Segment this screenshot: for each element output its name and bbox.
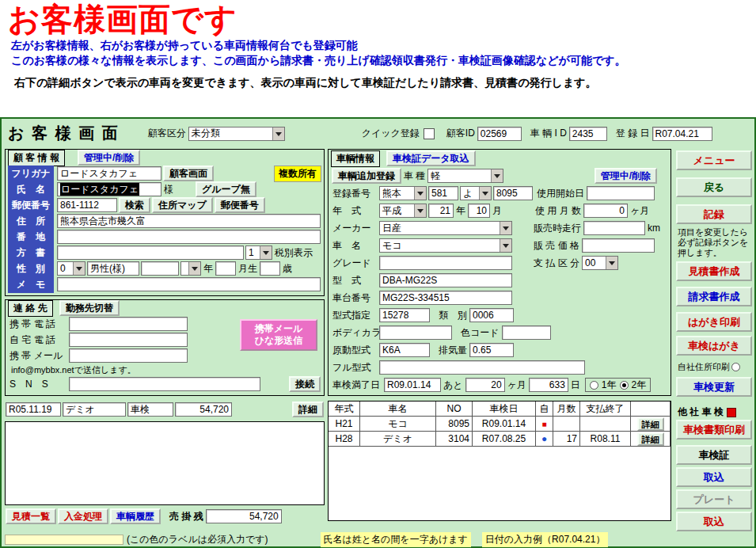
price-field[interactable] [582,238,655,253]
import-plate-button[interactable]: 取込 [676,512,752,531]
mobile-phone-input[interactable] [69,317,188,331]
zip-lookup-button[interactable]: 郵便番号 [215,197,265,213]
engine-model-field[interactable]: K6A [379,343,430,357]
model-field[interactable]: DBA-MG22S [379,273,512,287]
import-cert-button[interactable]: 取込 [676,467,752,487]
work-switch-button[interactable]: 勤務先切替 [59,300,120,316]
furigana-input[interactable]: ロードスタカフェ [57,166,161,181]
chevron-down-icon[interactable] [414,187,426,200]
vehicle-table-row[interactable]: H21 モコ 8095 R09.01.14 ■ 詳細 [329,417,671,432]
use-months-field[interactable]: 0 [583,204,628,218]
body-color-field[interactable] [379,325,452,340]
gender-select[interactable]: 0 [57,261,85,276]
chevron-down-icon[interactable] [491,169,503,182]
chassis-label: 車台番号 [332,291,377,305]
chassis-field[interactable]: MG22S-334515 [379,291,512,305]
mobile-mail-input[interactable] [69,348,188,363]
own-address-radio[interactable] [731,363,740,371]
connect-button[interactable]: 接続 [289,376,321,392]
home-phone-input[interactable] [69,333,188,347]
menu-button[interactable]: メニュー [676,150,752,170]
era-select[interactable]: 平成 [379,204,427,218]
estimate-button[interactable]: 見積書作成 [676,261,752,281]
chevron-down-icon[interactable] [260,246,272,259]
group-button[interactable]: グループ無 [196,181,256,197]
chevron-down-icon[interactable] [272,127,284,140]
shaken-cert-button[interactable]: 車検証 [676,445,752,465]
cell-no: 8095 [436,417,473,432]
estimates-list-button[interactable]: 見積一覧 [6,508,56,524]
shaken-docs-print-button[interactable]: 車検書類印刷 [676,420,752,440]
birth-era-field[interactable] [141,261,179,276]
type-approval-field[interactable]: 15278 [379,308,430,322]
birth-month-field[interactable] [215,261,236,276]
car-name-select[interactable]: モコ [379,238,512,253]
chevron-down-icon[interactable] [479,187,491,200]
tax-select[interactable]: 1 [245,245,272,260]
katagaki-input[interactable] [57,245,244,260]
month-field[interactable]: 10 [468,204,490,218]
reg-area-select[interactable]: 熊本 [379,186,427,200]
name-input[interactable]: ロードスタカフェ [57,182,161,196]
vehicle-row-detail-button[interactable]: 詳細 [637,432,664,446]
age-field[interactable] [260,261,280,276]
address-map-button[interactable]: 住所マップ [152,197,213,213]
car-class-select[interactable]: 軽 [427,169,503,183]
header-months: 月数 [553,401,580,417]
chevron-down-icon[interactable] [500,222,511,234]
plate-button[interactable]: プレート [676,489,752,509]
payment-class-select[interactable]: 00 [582,256,618,270]
era-year-field[interactable]: 21 [428,204,454,218]
chevron-down-icon[interactable] [414,204,426,217]
postcard-print-button[interactable]: はがき印刷 [676,312,752,332]
chevron-down-icon[interactable] [500,239,511,252]
use-start-field[interactable] [587,186,655,200]
history-list[interactable] [5,421,325,505]
expiry-field[interactable]: R09.01.14 [384,378,441,392]
mail-template-button[interactable]: 携帯メール ひな形送信 [240,319,317,351]
chevron-down-icon[interactable] [188,262,200,275]
import-cert-data-button[interactable]: 車検証データ取込 [386,150,476,166]
back-button[interactable]: 戻る [676,177,752,197]
vehicle-id-field[interactable]: 2435 [569,127,607,141]
birth-era-select[interactable] [180,261,201,276]
vehicle-row-detail-button[interactable]: 詳細 [637,417,664,431]
zip-input[interactable]: 861-1112 [57,198,117,212]
reg-date-field[interactable]: R07.04.21 [652,127,712,141]
reg-class-field[interactable]: 581 [428,186,458,200]
customer-class-select[interactable]: 未分類 [188,127,285,141]
quick-register-checkbox[interactable] [424,128,435,139]
shaken-postcard-button[interactable]: 車検はがき [676,336,752,356]
radio-2year[interactable] [620,381,629,390]
history-detail-button[interactable]: 詳細 [292,401,324,417]
customer-manage-delete-button[interactable]: 管理中/削除 [78,150,140,166]
reg-kana-select[interactable]: よ [460,186,492,200]
full-model-field[interactable] [379,360,585,375]
record-button[interactable]: 記録 [676,204,752,224]
add-vehicle-button[interactable]: 車輌追加登録 [332,168,401,184]
radio-1year[interactable] [590,381,598,390]
vehicle-manage-delete-button[interactable]: 管理中/削除 [595,168,657,184]
banchi-input[interactable] [57,230,321,244]
chevron-down-icon[interactable] [606,257,617,269]
reg-number-field[interactable]: 8095 [493,186,533,200]
maker-select[interactable]: 日産 [379,221,512,235]
vehicle-table-row[interactable]: H28 デミオ 3104 R07.08.25 ● 17 R08.11 詳細 [329,432,671,447]
payment-button[interactable]: 入金処理 [58,508,108,524]
grade-field[interactable] [379,256,512,270]
sns-input[interactable] [69,377,260,391]
memo-input[interactable] [57,277,321,291]
search-button[interactable]: 検索 [119,197,150,213]
mileage-field[interactable] [583,221,645,235]
class-field[interactable]: 0006 [469,308,514,322]
color-code-field[interactable] [502,325,551,340]
address-input[interactable]: 熊本県合志市幾久富 [57,214,321,228]
displacement-field[interactable]: 0.65 [469,343,514,357]
chevron-down-icon[interactable] [73,262,85,275]
customer-id-field[interactable]: 02569 [477,127,522,141]
invoice-button[interactable]: 請求書作成 [676,287,752,306]
vehicle-history-button[interactable]: 車輌履歴 [110,508,161,524]
customer-screen-button[interactable]: 顧客画面 [163,166,214,181]
shaken-update-button[interactable]: 車検更新 [676,377,752,397]
tax-select-value: 1 [246,247,256,258]
